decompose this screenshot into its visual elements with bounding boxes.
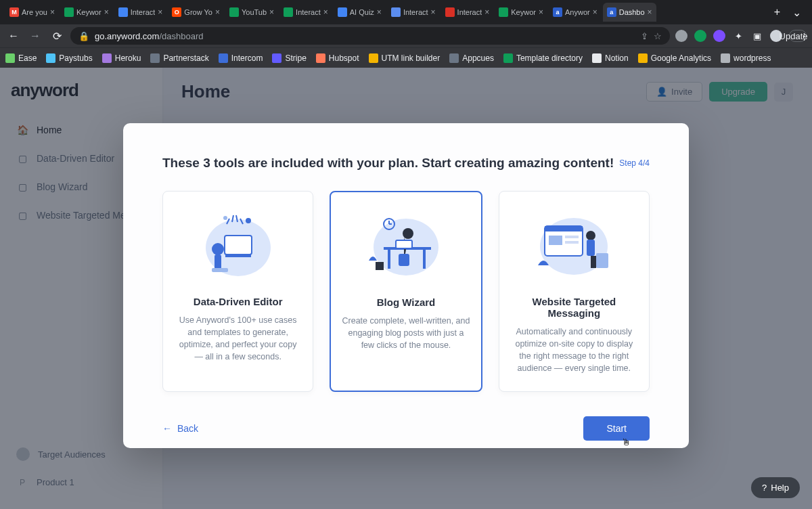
reload-button[interactable]: ⟳ — [49, 30, 65, 43]
bookmark-label: Google Analytics — [651, 53, 711, 63]
tab-close-icon[interactable]: × — [50, 7, 55, 17]
forward-button[interactable]: → — [27, 30, 43, 42]
card-description: Create complete, well-written, and engag… — [342, 315, 470, 351]
bookmark-item[interactable]: Hubspot — [316, 53, 359, 63]
browser-tab[interactable]: Interact × — [114, 3, 167, 22]
bookmark-favicon-icon — [721, 53, 730, 63]
svg-rect-24 — [565, 241, 579, 244]
card-title: Data-Driven Editor — [174, 296, 302, 307]
tab-close-icon[interactable]: × — [484, 7, 489, 17]
address-bar[interactable]: 🔒 go.anyword.com/dashboard ⇪ ☆ — [70, 27, 670, 45]
svg-point-6 — [223, 216, 227, 220]
bookmark-item[interactable]: Intercom — [219, 53, 263, 63]
tab-favicon-icon — [338, 7, 347, 17]
browser-tab[interactable]: Keywor × — [60, 3, 113, 22]
bookmark-item[interactable]: Stripe — [272, 53, 306, 63]
svg-rect-2 — [225, 255, 251, 257]
tab-favicon-icon: a — [553, 7, 562, 17]
help-widget[interactable]: ? Help — [751, 477, 800, 498]
bookmark-label: Ease — [18, 53, 37, 63]
card-description: Automatically and continuously optimize … — [510, 326, 638, 375]
tab-title: Keywor — [76, 8, 102, 16]
tab-overflow-button[interactable]: ⌄ — [787, 6, 807, 19]
bookmark-item[interactable]: Partnerstack — [150, 53, 208, 63]
tab-close-icon[interactable]: × — [648, 7, 652, 17]
tab-favicon-icon — [284, 7, 293, 17]
svg-point-7 — [246, 218, 251, 223]
browser-tab[interactable]: AI Quiz × — [334, 3, 386, 22]
url-domain: go.anyword.com — [95, 31, 159, 41]
devtools-icon[interactable]: ▣ — [751, 30, 763, 42]
browser-tab[interactable]: M Are you × — [5, 3, 59, 22]
bookmark-item[interactable]: wordpress — [721, 53, 771, 63]
tab-close-icon[interactable]: × — [323, 7, 328, 17]
svg-rect-13 — [399, 254, 409, 266]
bookmark-label: Appcues — [462, 53, 494, 63]
card-illustration — [174, 204, 302, 285]
browser-tab[interactable]: a Anywor × — [549, 3, 602, 22]
svg-rect-23 — [565, 236, 579, 238]
browser-tab[interactable]: Interact × — [279, 3, 332, 22]
tab-title: Grow Yo — [184, 8, 212, 16]
extension-icon[interactable] — [713, 30, 725, 42]
browser-tab[interactable]: YouTub × — [225, 3, 278, 22]
browser-tab[interactable]: O Grow Yo × — [168, 3, 224, 22]
browser-tab[interactable]: Interact × — [441, 3, 494, 22]
bookmark-item[interactable]: Google Analytics — [638, 53, 711, 63]
arrow-left-icon: ← — [162, 423, 172, 434]
svg-rect-28 — [596, 253, 608, 268]
bookmark-item[interactable]: Paystubs — [46, 53, 92, 63]
lock-icon: 🔒 — [78, 31, 89, 41]
bookmark-item[interactable]: Ease — [5, 53, 37, 63]
tab-title: Interact — [296, 8, 321, 16]
svg-rect-5 — [212, 268, 228, 272]
tab-close-icon[interactable]: × — [269, 7, 274, 17]
bookmark-favicon-icon — [46, 53, 55, 63]
tab-title: Anywor — [565, 8, 590, 16]
tab-favicon-icon: a — [607, 7, 616, 17]
bookmark-favicon-icon — [503, 53, 513, 63]
tab-title: Interact — [131, 8, 156, 16]
tab-close-icon[interactable]: × — [158, 7, 162, 17]
bookmark-label: Hubspot — [329, 53, 359, 63]
browser-tab[interactable]: Interact × — [387, 3, 440, 22]
tab-close-icon[interactable]: × — [104, 7, 109, 17]
tab-close-icon[interactable]: × — [431, 7, 436, 17]
back-button[interactable]: ← Back — [162, 423, 198, 434]
tab-title: YouTub — [242, 8, 267, 16]
tool-card[interactable]: Blog Wizard Create complete, well-writte… — [330, 191, 482, 392]
tab-close-icon[interactable]: × — [377, 7, 382, 17]
extensions-menu-icon[interactable]: ✦ — [732, 30, 744, 42]
tool-card[interactable]: Data-Driven Editor Use Anyword's 100+ us… — [162, 191, 313, 392]
bookmark-item[interactable]: UTM link builder — [369, 53, 441, 63]
bookmark-item[interactable]: Template directory — [503, 53, 583, 63]
tool-card[interactable]: Website Targeted Messaging Automatically… — [499, 191, 650, 392]
svg-rect-4 — [215, 255, 221, 269]
tab-favicon-icon — [229, 7, 239, 17]
svg-point-25 — [586, 231, 595, 240]
browser-tab[interactable]: Keywor × — [495, 3, 547, 22]
svg-rect-21 — [545, 226, 583, 231]
extension-icon[interactable] — [694, 30, 706, 42]
tab-favicon-icon — [64, 7, 74, 17]
bookmark-label: Stripe — [285, 53, 306, 63]
update-button[interactable]: Update ⋮ — [789, 30, 807, 42]
bookmark-favicon-icon — [5, 53, 15, 63]
tab-close-icon[interactable]: × — [593, 7, 597, 17]
new-tab-button[interactable]: + — [769, 6, 786, 18]
svg-rect-14 — [396, 240, 412, 248]
star-icon[interactable]: ☆ — [654, 31, 662, 41]
card-title: Website Targeted Messaging — [510, 296, 638, 319]
tab-close-icon[interactable]: × — [215, 7, 220, 17]
bookmark-item[interactable]: Heroku — [102, 53, 141, 63]
bookmark-item[interactable]: Notion — [592, 53, 629, 63]
extension-icon[interactable] — [675, 30, 687, 42]
svg-point-12 — [403, 228, 413, 239]
start-button[interactable]: Start 🖱 — [583, 416, 650, 441]
tab-title: Interact — [457, 8, 482, 16]
bookmark-item[interactable]: Appcues — [449, 53, 494, 63]
share-icon[interactable]: ⇪ — [641, 31, 648, 41]
tab-close-icon[interactable]: × — [539, 7, 543, 17]
browser-tab[interactable]: a Dashbo × — [603, 3, 656, 22]
back-button[interactable]: ← — [5, 30, 22, 42]
